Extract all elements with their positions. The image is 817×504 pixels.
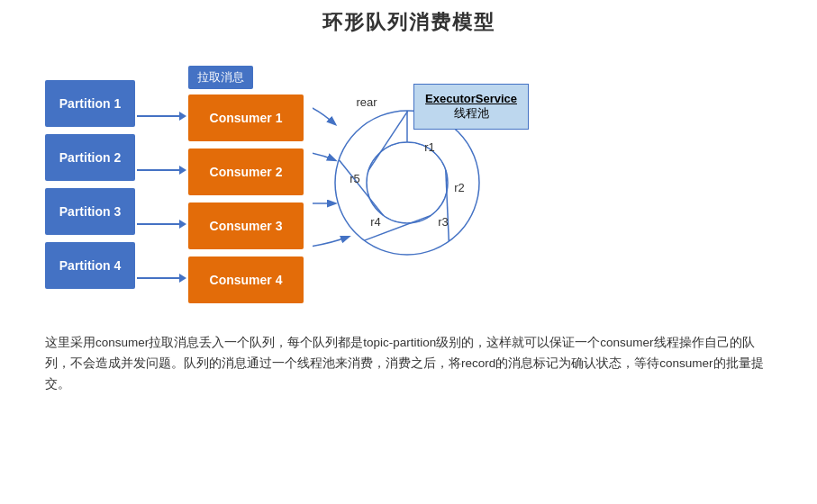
executor-subtitle: 线程池 xyxy=(425,105,517,122)
consumers-list: Consumer 1 Consumer 2 Consumer 3 Consume… xyxy=(188,94,304,303)
svg-text:r2: r2 xyxy=(454,181,465,194)
consumer-2: Consumer 2 xyxy=(188,148,304,195)
executor-box: ExecutorService 线程池 xyxy=(413,84,529,130)
svg-text:r3: r3 xyxy=(438,215,449,229)
svg-text:r4: r4 xyxy=(370,215,381,229)
consumer-4: Consumer 4 xyxy=(188,256,304,303)
page-title: 环形队列消费模型 xyxy=(18,9,799,36)
partition-2: Partition 2 xyxy=(45,134,135,181)
pull-label: 拉取消息 xyxy=(188,66,253,89)
consumers-section: 拉取消息 Consumer 1 Consumer 2 Consumer 3 Co… xyxy=(188,66,304,303)
arrow-2 xyxy=(137,166,186,175)
arrow-4 xyxy=(137,274,186,283)
svg-text:r1: r1 xyxy=(424,140,435,154)
partition-4: Partition 4 xyxy=(45,242,135,289)
partition-arrows xyxy=(137,112,186,283)
diagram-area: Partition 1 Partition 2 Partition 3 Part… xyxy=(18,45,799,324)
ring-and-executor: r1 r2 r3 r4 r5 rear front xyxy=(313,79,520,290)
executor-title: ExecutorService xyxy=(425,92,517,105)
arrow-3 xyxy=(137,220,186,229)
page-container: 环形队列消费模型 Partition 1 Partition 2 Partiti… xyxy=(0,0,817,504)
svg-text:rear: rear xyxy=(356,95,377,109)
description-text: 这里采用consumer拉取消息丢入一个队列，每个队列都是topic-parti… xyxy=(45,333,772,395)
svg-text:r5: r5 xyxy=(349,172,360,185)
partition-1: Partition 1 xyxy=(45,80,135,127)
partition-3: Partition 3 xyxy=(45,188,135,235)
consumer-1: Consumer 1 xyxy=(188,94,304,141)
arrow-1 xyxy=(137,112,186,121)
consumer-3: Consumer 3 xyxy=(188,202,304,249)
partitions-list: Partition 1 Partition 2 Partition 3 Part… xyxy=(45,80,135,289)
